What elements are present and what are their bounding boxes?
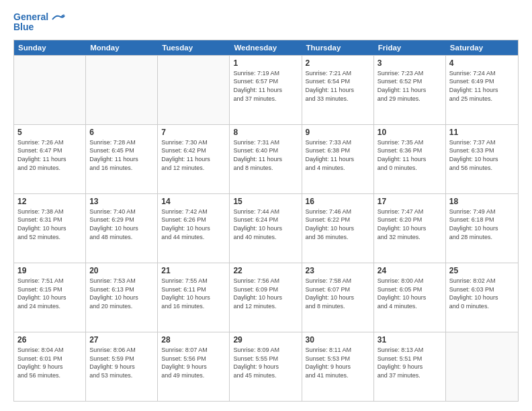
day-header-saturday: Saturday xyxy=(446,40,518,55)
calendar-row-4: 26Sunrise: 8:04 AM Sunset: 6:01 PM Dayli… xyxy=(14,332,518,401)
calendar-cell-24: 24Sunrise: 8:00 AM Sunset: 6:05 PM Dayli… xyxy=(374,263,446,332)
calendar-cell-30: 30Sunrise: 8:11 AM Sunset: 5:53 PM Dayli… xyxy=(302,332,374,401)
calendar-cell-11: 11Sunrise: 7:37 AM Sunset: 6:33 PM Dayli… xyxy=(446,125,518,193)
cell-info-30: Sunrise: 8:11 AM Sunset: 5:53 PM Dayligh… xyxy=(306,346,370,379)
calendar-cell-18: 18Sunrise: 7:49 AM Sunset: 6:18 PM Dayli… xyxy=(446,194,518,263)
day-header-monday: Monday xyxy=(86,40,158,55)
calendar-cell-26: 26Sunrise: 8:04 AM Sunset: 6:01 PM Dayli… xyxy=(14,332,86,401)
cell-date-28: 28 xyxy=(161,335,226,345)
calendar: SundayMondayTuesdayWednesdayThursdayFrid… xyxy=(13,40,519,402)
calendar-cell-7: 7Sunrise: 7:30 AM Sunset: 6:42 PM Daylig… xyxy=(158,125,230,193)
cell-info-28: Sunrise: 8:07 AM Sunset: 5:56 PM Dayligh… xyxy=(161,346,226,379)
day-header-sunday: Sunday xyxy=(14,40,86,55)
calendar-cell-28: 28Sunrise: 8:07 AM Sunset: 5:56 PM Dayli… xyxy=(158,332,230,401)
cell-info-11: Sunrise: 7:37 AM Sunset: 6:33 PM Dayligh… xyxy=(449,138,515,172)
cell-info-18: Sunrise: 7:49 AM Sunset: 6:18 PM Dayligh… xyxy=(449,208,515,241)
calendar-cell-9: 9Sunrise: 7:33 AM Sunset: 6:38 PM Daylig… xyxy=(302,125,374,193)
cell-date-10: 10 xyxy=(378,128,442,137)
calendar-cell-3: 3Sunrise: 7:23 AM Sunset: 6:52 PM Daylig… xyxy=(374,56,446,124)
cell-info-2: Sunrise: 7:21 AM Sunset: 6:54 PM Dayligh… xyxy=(306,69,370,103)
calendar-cell-8: 8Sunrise: 7:31 AM Sunset: 6:40 PM Daylig… xyxy=(230,125,302,193)
day-header-tuesday: Tuesday xyxy=(158,40,230,55)
cell-info-24: Sunrise: 8:00 AM Sunset: 6:05 PM Dayligh… xyxy=(378,277,442,310)
calendar-cell-5: 5Sunrise: 7:26 AM Sunset: 6:47 PM Daylig… xyxy=(14,125,86,193)
calendar-cell-12: 12Sunrise: 7:38 AM Sunset: 6:31 PM Dayli… xyxy=(14,194,86,263)
cell-info-6: Sunrise: 7:28 AM Sunset: 6:45 PM Dayligh… xyxy=(89,138,154,172)
calendar-row-1: 5Sunrise: 7:26 AM Sunset: 6:47 PM Daylig… xyxy=(14,124,518,193)
calendar-cell-29: 29Sunrise: 8:09 AM Sunset: 5:55 PM Dayli… xyxy=(230,332,302,401)
day-header-friday: Friday xyxy=(374,40,446,55)
calendar-cell-1: 1Sunrise: 7:19 AM Sunset: 6:57 PM Daylig… xyxy=(230,56,302,124)
cell-info-14: Sunrise: 7:42 AM Sunset: 6:26 PM Dayligh… xyxy=(161,208,226,241)
calendar-header: SundayMondayTuesdayWednesdayThursdayFrid… xyxy=(14,40,518,55)
cell-info-13: Sunrise: 7:40 AM Sunset: 6:29 PM Dayligh… xyxy=(89,208,154,241)
cell-info-20: Sunrise: 7:53 AM Sunset: 6:13 PM Dayligh… xyxy=(89,277,154,310)
page: General Blue SundayMondayTuesdayWednesda… xyxy=(0,0,532,411)
cell-info-29: Sunrise: 8:09 AM Sunset: 5:55 PM Dayligh… xyxy=(233,346,298,379)
cell-date-19: 19 xyxy=(17,266,82,275)
cell-date-12: 12 xyxy=(17,197,82,206)
cell-date-5: 5 xyxy=(17,128,82,137)
cell-info-10: Sunrise: 7:35 AM Sunset: 6:36 PM Dayligh… xyxy=(378,138,442,172)
cell-info-21: Sunrise: 7:55 AM Sunset: 6:11 PM Dayligh… xyxy=(161,277,226,310)
cell-info-19: Sunrise: 7:51 AM Sunset: 6:15 PM Dayligh… xyxy=(17,277,82,310)
calendar-cell-27: 27Sunrise: 8:06 AM Sunset: 5:59 PM Dayli… xyxy=(86,332,158,401)
calendar-cell-10: 10Sunrise: 7:35 AM Sunset: 6:36 PM Dayli… xyxy=(374,125,446,193)
calendar-row-3: 19Sunrise: 7:51 AM Sunset: 6:15 PM Dayli… xyxy=(14,263,518,332)
calendar-cell-17: 17Sunrise: 7:47 AM Sunset: 6:20 PM Dayli… xyxy=(374,194,446,263)
cell-date-4: 4 xyxy=(449,58,515,68)
cell-info-16: Sunrise: 7:46 AM Sunset: 6:22 PM Dayligh… xyxy=(306,208,370,241)
cell-date-29: 29 xyxy=(233,335,298,345)
cell-date-18: 18 xyxy=(449,197,515,206)
calendar-cell-31: 31Sunrise: 8:13 AM Sunset: 5:51 PM Dayli… xyxy=(374,332,446,401)
cell-date-20: 20 xyxy=(89,266,154,275)
cell-date-15: 15 xyxy=(233,197,298,206)
cell-date-9: 9 xyxy=(306,128,370,137)
cell-date-7: 7 xyxy=(161,128,226,137)
logo-general: General xyxy=(13,11,48,22)
calendar-cell-empty-0-2 xyxy=(158,56,230,124)
cell-info-3: Sunrise: 7:23 AM Sunset: 6:52 PM Dayligh… xyxy=(378,69,442,103)
calendar-body: 1Sunrise: 7:19 AM Sunset: 6:57 PM Daylig… xyxy=(14,55,518,401)
calendar-cell-2: 2Sunrise: 7:21 AM Sunset: 6:54 PM Daylig… xyxy=(302,56,374,124)
cell-date-1: 1 xyxy=(233,58,298,68)
cell-date-11: 11 xyxy=(449,128,515,137)
calendar-row-2: 12Sunrise: 7:38 AM Sunset: 6:31 PM Dayli… xyxy=(14,193,518,263)
logo-bird-icon xyxy=(51,13,66,22)
cell-info-7: Sunrise: 7:30 AM Sunset: 6:42 PM Dayligh… xyxy=(161,138,226,172)
cell-info-1: Sunrise: 7:19 AM Sunset: 6:57 PM Dayligh… xyxy=(233,69,298,103)
cell-date-21: 21 xyxy=(161,266,226,275)
cell-date-24: 24 xyxy=(378,266,442,275)
logo: General Blue xyxy=(13,12,66,33)
cell-info-27: Sunrise: 8:06 AM Sunset: 5:59 PM Dayligh… xyxy=(89,346,154,379)
calendar-cell-14: 14Sunrise: 7:42 AM Sunset: 6:26 PM Dayli… xyxy=(158,194,230,263)
cell-date-27: 27 xyxy=(89,335,154,345)
cell-date-8: 8 xyxy=(233,128,298,137)
cell-info-22: Sunrise: 7:56 AM Sunset: 6:09 PM Dayligh… xyxy=(233,277,298,310)
cell-info-31: Sunrise: 8:13 AM Sunset: 5:51 PM Dayligh… xyxy=(378,346,442,379)
cell-date-25: 25 xyxy=(449,266,515,275)
cell-date-3: 3 xyxy=(378,58,442,68)
cell-date-14: 14 xyxy=(161,197,226,206)
cell-date-31: 31 xyxy=(378,335,442,345)
cell-info-15: Sunrise: 7:44 AM Sunset: 6:24 PM Dayligh… xyxy=(233,208,298,241)
calendar-cell-21: 21Sunrise: 7:55 AM Sunset: 6:11 PM Dayli… xyxy=(158,263,230,332)
cell-info-12: Sunrise: 7:38 AM Sunset: 6:31 PM Dayligh… xyxy=(17,208,82,241)
calendar-cell-empty-0-0 xyxy=(14,56,86,124)
calendar-cell-15: 15Sunrise: 7:44 AM Sunset: 6:24 PM Dayli… xyxy=(230,194,302,263)
day-header-thursday: Thursday xyxy=(302,40,374,55)
cell-info-8: Sunrise: 7:31 AM Sunset: 6:40 PM Dayligh… xyxy=(233,138,298,172)
cell-info-25: Sunrise: 8:02 AM Sunset: 6:03 PM Dayligh… xyxy=(449,277,515,310)
cell-info-26: Sunrise: 8:04 AM Sunset: 6:01 PM Dayligh… xyxy=(17,346,82,379)
cell-info-9: Sunrise: 7:33 AM Sunset: 6:38 PM Dayligh… xyxy=(306,138,370,172)
calendar-cell-25: 25Sunrise: 8:02 AM Sunset: 6:03 PM Dayli… xyxy=(446,263,518,332)
cell-date-13: 13 xyxy=(89,197,154,206)
calendar-row-0: 1Sunrise: 7:19 AM Sunset: 6:57 PM Daylig… xyxy=(14,55,518,124)
calendar-cell-16: 16Sunrise: 7:46 AM Sunset: 6:22 PM Dayli… xyxy=(302,194,374,263)
calendar-cell-19: 19Sunrise: 7:51 AM Sunset: 6:15 PM Dayli… xyxy=(14,263,86,332)
cell-info-17: Sunrise: 7:47 AM Sunset: 6:20 PM Dayligh… xyxy=(378,208,442,241)
cell-info-5: Sunrise: 7:26 AM Sunset: 6:47 PM Dayligh… xyxy=(17,138,82,172)
cell-info-4: Sunrise: 7:24 AM Sunset: 6:49 PM Dayligh… xyxy=(449,69,515,103)
calendar-cell-6: 6Sunrise: 7:28 AM Sunset: 6:45 PM Daylig… xyxy=(86,125,158,193)
cell-date-26: 26 xyxy=(17,335,82,345)
